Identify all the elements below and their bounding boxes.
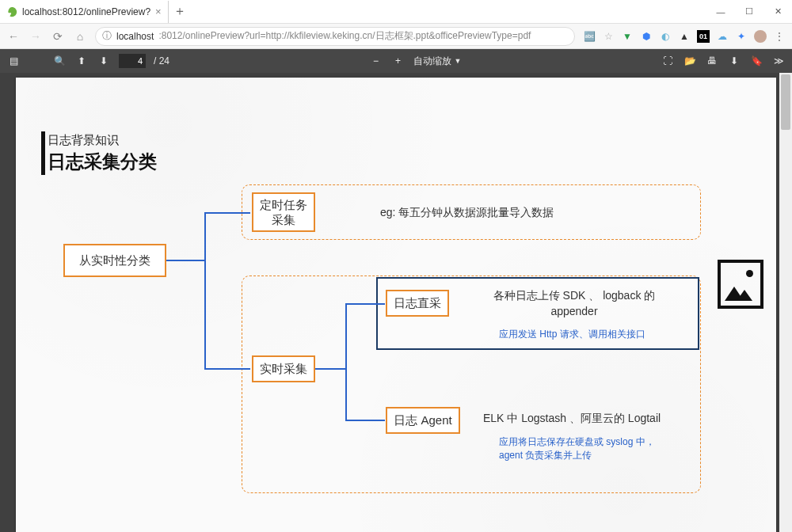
pdf-toolbar: ▤ 🔍 ⬆ ⬇ / 24 − + 自动缩放 ▼ ⛶ 📂 🖶 ⬇ 🔖 ≫ (0, 49, 792, 73)
zoom-label: 自动缩放 (413, 55, 451, 68)
zoom-select[interactable]: 自动缩放 ▼ (413, 55, 462, 68)
url-input[interactable]: ⓘ localhost:8012/onlinePreview?url=http:… (95, 27, 575, 46)
box-agent: 日志 Agent (386, 407, 460, 434)
shield-icon[interactable]: ▼ (621, 30, 634, 43)
open-icon[interactable]: 📂 (683, 54, 697, 68)
header-bar (41, 131, 45, 175)
direct-title: 各种日志上传 SDK 、 logback 的 appender (471, 288, 677, 319)
download-icon[interactable]: ⬇ (727, 54, 741, 68)
avatar-icon[interactable] (754, 30, 767, 43)
conn-h1 (166, 260, 206, 261)
conn-h2 (315, 368, 347, 370)
cloud-icon[interactable]: ☁ (716, 30, 729, 43)
conn-h-direct (345, 303, 385, 305)
box-root: 从实时性分类 (63, 244, 166, 277)
tools-icon[interactable]: ≫ (771, 54, 786, 68)
browser-tab[interactable]: localhost:8012/onlinePreview? × (0, 1, 169, 23)
slide-subtitle: 日志背景知识 (48, 133, 157, 148)
prev-page-icon[interactable]: ⬆ (74, 54, 89, 68)
agent-title: ELK 中 Logstash 、阿里云的 Logtail (483, 412, 661, 426)
presentation-icon[interactable]: ⛶ (661, 54, 675, 68)
chevron-down-icon: ▼ (455, 57, 462, 65)
pdf-page: 日志背景知识 日志采集分类 从实时性分类 定时任务 采集 eg: 每五分钟从数据… (16, 78, 776, 532)
extension-icons: 🔤 ☆ ▼ ⬢ ◐ ▲ 01 ☁ ✦ ⋮ (583, 30, 786, 43)
home-button[interactable]: ⌂ (73, 29, 87, 44)
page-total: / 24 (154, 55, 169, 66)
ext-icon-5[interactable]: ✦ (735, 30, 748, 43)
ext-icon-2[interactable]: ◐ (659, 30, 672, 43)
reload-button[interactable]: ⟳ (51, 29, 65, 44)
back-button[interactable]: ← (6, 29, 21, 44)
ext-icon-3[interactable]: ▲ (678, 30, 691, 43)
tab-title: localhost:8012/onlinePreview? (22, 6, 150, 17)
box-timed-l1: 定时任务 (260, 197, 307, 213)
close-tab-icon[interactable]: × (155, 6, 162, 17)
box-timed: 定时任务 采集 (252, 192, 315, 232)
address-bar: ← → ⟳ ⌂ ⓘ localhost:8012/onlinePreview?u… (0, 24, 792, 49)
conn-h-top (204, 212, 250, 214)
direct-sub: 应用发送 Http 请求、调用相关接口 (499, 328, 645, 341)
slide-header: 日志背景知识 日志采集分类 (48, 133, 157, 174)
agent-sub: 应用将日志保存在硬盘或 syslog 中， agent 负责采集并上传 (499, 435, 681, 462)
next-page-icon[interactable]: ⬇ (97, 54, 111, 68)
pdf-viewport[interactable]: 日志背景知识 日志采集分类 从实时性分类 定时任务 采集 eg: 每五分钟从数据… (0, 73, 792, 532)
page-number-input[interactable] (119, 54, 146, 68)
url-host: localhost (116, 31, 154, 42)
bookmark-icon[interactable]: 🔖 (749, 54, 763, 68)
sidebar-toggle-icon[interactable]: ▤ (6, 54, 21, 68)
ext-icon-4[interactable]: 01 (697, 30, 710, 43)
tab-bar: localhost:8012/onlinePreview? × ＋ (0, 0, 191, 23)
url-path: :8012/onlinePreview?url=http://kkfilevie… (158, 29, 531, 43)
scrollbar-thumb[interactable] (781, 74, 790, 130)
leaf-icon (6, 6, 17, 17)
conn-h-agent (345, 420, 385, 421)
window-titlebar: localhost:8012/onlinePreview? × ＋ — ☐ ✕ (0, 0, 792, 24)
box-timed-l2: 采集 (272, 212, 295, 228)
box-direct: 日志直采 (386, 290, 449, 317)
zoom-in-icon[interactable]: + (391, 54, 406, 68)
info-icon: ⓘ (102, 29, 112, 43)
box-realtime: 实时采集 (252, 355, 315, 382)
window-controls: — ☐ ✕ (706, 0, 792, 24)
image-placeholder-icon (718, 260, 763, 309)
translate-icon[interactable]: 🔤 (583, 30, 596, 43)
menu-icon[interactable]: ⋮ (773, 30, 786, 43)
timed-example: eg: 每五分钟从数据源批量导入数据 (380, 206, 554, 220)
minimize-button[interactable]: — (706, 0, 735, 24)
conn-v1 (204, 212, 206, 369)
zoom-out-icon[interactable]: − (369, 54, 383, 68)
ext-icon-1[interactable]: ⬢ (640, 30, 653, 43)
scrollbar-vertical[interactable] (779, 73, 792, 532)
search-icon[interactable]: 🔍 (52, 54, 67, 68)
new-tab-button[interactable]: ＋ (169, 1, 191, 23)
print-icon[interactable]: 🖶 (705, 54, 719, 68)
conn-v2 (345, 303, 347, 420)
maximize-button[interactable]: ☐ (735, 0, 763, 24)
star-icon[interactable]: ☆ (602, 30, 615, 43)
conn-h-bot (204, 368, 250, 370)
forward-button[interactable]: → (29, 29, 43, 44)
close-window-button[interactable]: ✕ (763, 0, 792, 24)
slide-title: 日志采集分类 (48, 150, 157, 174)
